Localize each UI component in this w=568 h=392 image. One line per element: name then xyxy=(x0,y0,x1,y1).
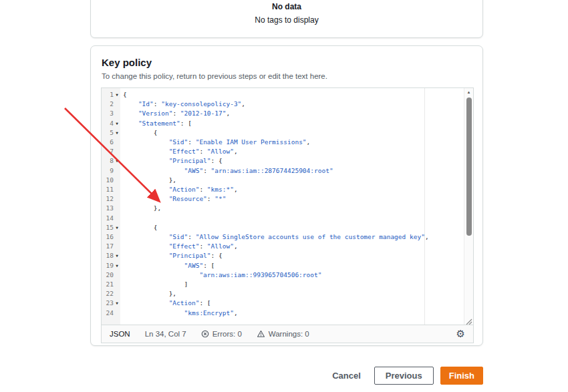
key-policy-title: Key policy xyxy=(102,57,472,68)
code-line-18[interactable]: 18▼ "Principal": { xyxy=(102,251,464,260)
code-line-24[interactable]: 24 "kms:Encrypt", xyxy=(102,309,464,318)
code-line-10[interactable]: 10 }, xyxy=(102,176,464,185)
code-line-15[interactable]: 15▼ { xyxy=(102,223,464,232)
key-policy-card: Key policy To change this policy, return… xyxy=(90,45,483,346)
code-line-21[interactable]: 21 ] xyxy=(102,280,464,289)
finish-button[interactable]: Finish xyxy=(440,367,483,385)
wizard-footer: Cancel Previous Finish xyxy=(90,367,483,385)
code-line-12[interactable]: 12 "Resource": "*" xyxy=(102,194,464,204)
editor-settings-button[interactable]: ⚙ xyxy=(456,329,465,339)
code-line-7[interactable]: 7 "Effect": "Allow", xyxy=(102,147,464,156)
editor-language: JSON xyxy=(110,330,130,338)
resize-grip-icon xyxy=(464,317,472,325)
code-line-1[interactable]: 1▼{ xyxy=(102,90,464,100)
code-line-16[interactable]: 16 "Sid": "Allow SingleStore accounts us… xyxy=(102,232,464,242)
code-line-4[interactable]: 4▼ "Statement": [ xyxy=(102,119,464,128)
cursor-position: Ln 34, Col 7 xyxy=(145,330,186,338)
no-tags-text: No tags to display xyxy=(91,15,482,25)
code-line-3[interactable]: 3 "Version": "2012-10-17", xyxy=(102,109,464,118)
no-data-text: No data xyxy=(91,2,482,11)
tags-card: No data No tags to display xyxy=(90,0,483,38)
code-line-5[interactable]: 5▼ { xyxy=(102,128,464,138)
warnings-count: Warnings: 0 xyxy=(269,330,309,338)
editor-code-area[interactable]: 1▼{2 "Id": "key-consolepolicy-3",3 "Vers… xyxy=(102,88,473,325)
code-line-11[interactable]: 11 "Action": "kms:*", xyxy=(102,185,464,194)
code-line-19[interactable]: 19▼ "AWS": [ xyxy=(102,261,464,270)
policy-editor[interactable]: 1▼{2 "Id": "key-consolepolicy-3",3 "Vers… xyxy=(101,87,474,343)
code-line-13[interactable]: 13 }, xyxy=(102,204,464,213)
warning-icon xyxy=(257,330,265,338)
code-line-22[interactable]: 22 }, xyxy=(102,289,464,299)
code-line-6[interactable]: 6 "Sid": "Enable IAM User Permissions", xyxy=(102,138,464,147)
code-line-9[interactable]: 9 "AWS": "arn:aws:iam::287674425904:root… xyxy=(102,166,464,176)
errors-count: Errors: 0 xyxy=(212,330,242,338)
code-lines[interactable]: 1▼{2 "Id": "key-consolepolicy-3",3 "Vers… xyxy=(102,90,464,318)
key-policy-header: Key policy To change this policy, return… xyxy=(91,46,482,80)
editor-status-bar: JSON Ln 34, Col 7 Errors: 0 Warnings: 0 … xyxy=(102,325,473,343)
scrollbar-thumb[interactable] xyxy=(466,97,472,236)
code-line-20[interactable]: 20 "arn:aws:iam::993965704506:root" xyxy=(102,270,464,280)
code-line-8[interactable]: 8▼ "Principal": { xyxy=(102,156,464,166)
code-line-2[interactable]: 2 "Id": "key-consolepolicy-3", xyxy=(102,100,464,109)
code-line-17[interactable]: 17 "Effect": "Allow", xyxy=(102,242,464,251)
previous-button[interactable]: Previous xyxy=(374,367,434,385)
scrollbar-up-arrow-icon[interactable]: ▲ xyxy=(464,90,473,94)
code-line-14[interactable]: 14 xyxy=(102,214,464,223)
error-icon xyxy=(201,330,209,338)
editor-scrollbar[interactable]: ▲ xyxy=(464,88,473,325)
key-policy-description: To change this policy, return to previou… xyxy=(102,72,472,80)
warnings-status: Warnings: 0 xyxy=(257,330,309,338)
editor-resize-handle[interactable] xyxy=(464,316,472,324)
errors-status: Errors: 0 xyxy=(201,330,242,338)
cancel-button[interactable]: Cancel xyxy=(325,367,368,385)
code-line-23[interactable]: 23▼ "Action": [ xyxy=(102,299,464,308)
